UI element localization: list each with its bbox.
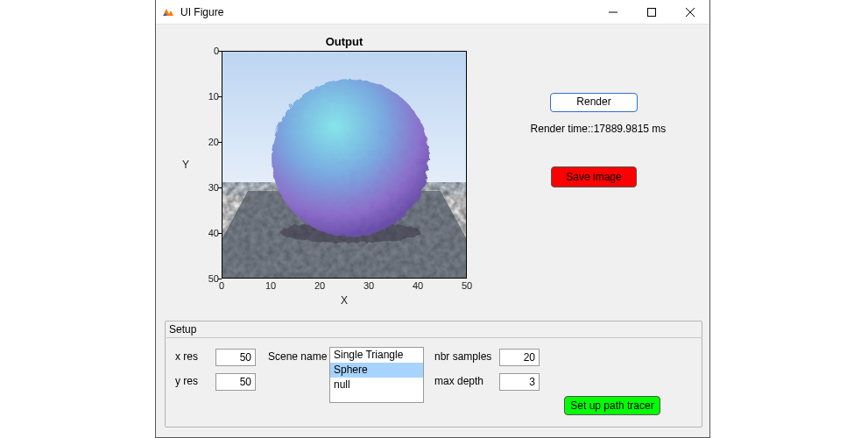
save-image-button[interactable]: Save image bbox=[551, 166, 637, 187]
nbr-samples-input[interactable] bbox=[499, 349, 540, 366]
xres-label: x res bbox=[175, 350, 198, 363]
set-up-path-tracer-button[interactable]: Set up path tracer bbox=[564, 396, 660, 415]
window-title: UI Figure bbox=[180, 6, 223, 18]
scene-name-label: Scene name bbox=[268, 350, 327, 363]
render-time-text: Render time::17889.9815 ms bbox=[506, 123, 690, 135]
client-area: Output 0 10 20 30 40 50 Y bbox=[156, 25, 709, 437]
max-depth-label: max depth bbox=[434, 375, 483, 387]
x-axis-label: X bbox=[222, 294, 467, 307]
list-item[interactable]: null bbox=[330, 378, 423, 392]
y-tick-labels: 0 10 20 30 40 50 bbox=[200, 51, 219, 279]
y-axis-label: Y bbox=[182, 159, 189, 171]
minimize-button[interactable] bbox=[594, 0, 632, 24]
svg-rect-1 bbox=[648, 8, 656, 16]
x-tick-labels: 0 10 20 30 40 50 bbox=[222, 280, 467, 294]
yres-label: y res bbox=[175, 375, 198, 387]
nbr-samples-label: nbr samples bbox=[434, 350, 491, 363]
rendered-image bbox=[222, 51, 467, 279]
window-frame: UI Figure Output 0 10 20 30 40 50 bbox=[155, 0, 710, 438]
xres-input[interactable] bbox=[215, 349, 256, 366]
setup-panel: Setup x res y res Scene name Single Tria… bbox=[165, 321, 702, 427]
x-tick: 50 bbox=[462, 280, 472, 291]
setup-panel-body: x res y res Scene name Single Triangle S… bbox=[166, 337, 702, 425]
x-tick: 40 bbox=[413, 280, 423, 291]
matlab-logo-icon bbox=[161, 5, 175, 19]
list-item[interactable]: Sphere bbox=[330, 363, 423, 378]
yres-input[interactable] bbox=[215, 373, 256, 391]
close-button[interactable] bbox=[671, 0, 709, 24]
output-axes: Output 0 10 20 30 40 50 Y bbox=[173, 35, 498, 317]
render-button[interactable]: Render bbox=[550, 93, 638, 112]
titlebar: UI Figure bbox=[156, 0, 709, 25]
window-controls bbox=[594, 0, 709, 24]
x-tick: 10 bbox=[265, 280, 276, 291]
x-tick: 30 bbox=[363, 280, 374, 291]
setup-panel-title: Setup bbox=[169, 323, 196, 336]
svg-point-7 bbox=[270, 77, 427, 235]
maximize-button[interactable] bbox=[632, 0, 671, 24]
list-item[interactable]: Single Triangle bbox=[330, 348, 423, 363]
scene-name-listbox[interactable]: Single Triangle Sphere null bbox=[329, 347, 424, 403]
axes-title: Output bbox=[222, 35, 467, 48]
max-depth-input[interactable] bbox=[499, 373, 540, 391]
x-tick: 20 bbox=[314, 280, 325, 291]
x-tick: 0 bbox=[219, 280, 224, 291]
